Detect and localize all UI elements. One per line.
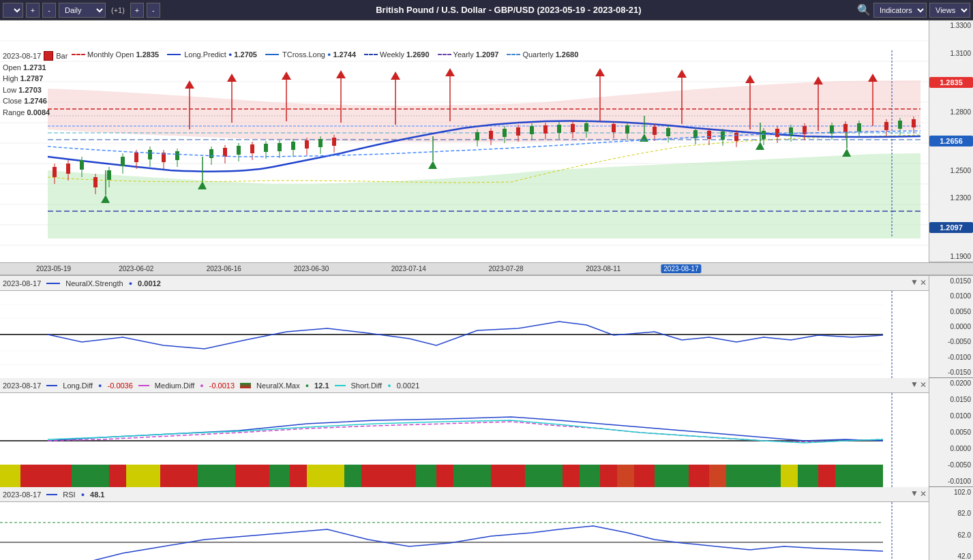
svg-rect-72 (209, 149, 213, 158)
legend-quarterly: Quarterly 1.2680 (507, 50, 578, 59)
main-chart: 2023-08-17 Bar Open 1.2731 High 1.2787 L… (0, 20, 973, 262)
period-select[interactable]: 3 Months (3, 3, 23, 18)
interval-select[interactable]: DailyWeeklyMonthly (59, 3, 106, 18)
svg-rect-169 (235, 465, 252, 487)
svg-rect-189 (600, 465, 617, 487)
svg-rect-88 (318, 139, 323, 147)
legend-weekly: Weekly 1.2690 (364, 50, 430, 59)
chart-legend: Monthly Open 1.2835 Long.Predict ● 1.270… (72, 50, 578, 59)
svg-rect-166 (181, 465, 198, 487)
rsi-header: 2023-08-17 RSI ● 48.1 (0, 487, 973, 502)
diff-pm0100: -0.0100 (929, 478, 973, 485)
svg-rect-98 (516, 127, 520, 136)
diff-p0100: 0.0100 (929, 412, 973, 420)
svg-rect-177 (382, 465, 399, 487)
price-badge-1265: 1.2656 (929, 136, 973, 146)
mediumdiff-value: -0.0013 (209, 382, 235, 390)
neuralx-price-axis: 0.0150 0.0100 0.0050 0.0000 -0.0050 -0.0… (929, 276, 973, 377)
date-0811: 2023-08-11 (586, 265, 620, 273)
high-value: 1.2787 (20, 74, 44, 82)
sub-period-btn[interactable]: - (42, 3, 56, 18)
svg-rect-70 (175, 151, 179, 160)
date-0817-active: 2023-08-17 (661, 264, 701, 273)
tcross-value: 1.2744 (333, 50, 356, 59)
zoom-in-btn[interactable]: + (130, 3, 144, 18)
add-period-btn[interactable]: + (26, 3, 40, 18)
svg-rect-90 (332, 138, 336, 146)
neuralx-p0000: 0.0000 (929, 323, 973, 330)
svg-rect-170 (252, 465, 269, 487)
monthly-open-icon (72, 54, 85, 55)
svg-rect-180 (436, 465, 453, 487)
neuralx-p0050: 0.0050 (929, 308, 973, 315)
quarterly-value: 1.2680 (556, 50, 579, 59)
svg-rect-159 (55, 465, 72, 487)
svg-rect-188 (580, 465, 600, 487)
quarterly-icon (507, 54, 520, 55)
date-0630: 2023-06-30 (294, 265, 329, 273)
svg-rect-100 (530, 126, 534, 134)
rsi-chart-svg (0, 502, 929, 560)
svg-rect-179 (416, 465, 436, 487)
rsi-close-btn[interactable]: ✕ (920, 489, 927, 499)
neuralx-header: 2023-08-17 NeuralX.Strength ● 0.0012 (0, 276, 973, 291)
svg-rect-186 (545, 465, 563, 487)
rsi-p102: 102.0 (929, 488, 973, 496)
neuralx-p0150: 0.0150 (929, 277, 973, 285)
svg-rect-206 (0, 502, 929, 560)
svg-rect-174 (324, 465, 344, 487)
rsi-p82: 82.0 (929, 510, 973, 517)
svg-rect-144 (912, 119, 916, 127)
svg-rect-198 (764, 465, 781, 487)
svg-rect-201 (818, 465, 835, 487)
close-value: 1.2746 (24, 97, 47, 105)
svg-rect-193 (672, 465, 689, 487)
neuralx-close-btn[interactable]: ✕ (920, 278, 927, 287)
svg-rect-110 (612, 124, 616, 132)
neuralx-value: 0.0012 (138, 279, 161, 287)
diff-date: 2023-08-17 (3, 382, 41, 390)
svg-rect-173 (307, 465, 324, 487)
svg-rect-64 (134, 153, 138, 162)
long-predict-icon (167, 54, 181, 55)
svg-rect-104 (557, 125, 561, 133)
indicators-select[interactable]: Indicators (873, 3, 927, 18)
views-select[interactable]: Views (929, 3, 970, 18)
shortdiff-line-icon (335, 385, 346, 386)
diff-collapse-btn[interactable]: ▼ (910, 379, 918, 389)
svg-rect-96 (503, 129, 507, 137)
long-predict-label: Long.Predict (184, 50, 226, 59)
zoom-out-btn[interactable]: - (147, 3, 160, 18)
svg-rect-86 (305, 140, 309, 149)
rsi-collapse-btn[interactable]: ▼ (910, 488, 918, 498)
svg-rect-18 (53, 167, 57, 177)
search-btn[interactable]: 🔍 (857, 3, 871, 16)
price-1230: 1.2300 (929, 194, 973, 202)
price-1250: 1.2500 (929, 167, 973, 174)
svg-rect-187 (563, 465, 580, 487)
ohlc-info: 2023-08-17 Bar Open 1.2731 High 1.2787 L… (3, 50, 68, 118)
svg-rect-142 (898, 121, 902, 129)
svg-rect-203 (856, 465, 883, 487)
neuralx-date: 2023-08-17 (3, 279, 41, 287)
svg-rect-190 (617, 465, 634, 487)
weekly-label: Weekly (380, 50, 404, 59)
svg-rect-78 (250, 144, 254, 153)
svg-rect-76 (237, 146, 241, 155)
diff-close-btn[interactable]: ✕ (920, 380, 927, 390)
shortdiff-dot: ● (387, 382, 391, 389)
svg-rect-168 (218, 465, 235, 487)
svg-rect-82 (278, 143, 282, 151)
svg-rect-158 (38, 465, 55, 487)
neuralx-collapse-btn[interactable]: ▼ (910, 277, 918, 287)
yearly-icon (438, 54, 451, 55)
price-badge-1283: 1.2835 (929, 77, 973, 88)
monthly-open-label: Monthly Open (87, 50, 134, 59)
svg-rect-128 (775, 129, 779, 137)
diff-p0000: 0.0000 (929, 445, 973, 452)
neuralx-p0100: 0.0100 (929, 292, 973, 300)
diff-price-axis: 0.0200 0.0150 0.0100 0.0050 0.0000 -0.00… (929, 378, 973, 486)
toolbar: 3 Months + - DailyWeeklyMonthly (+1) + -… (0, 0, 973, 20)
price-1310: 1.3100 (929, 50, 973, 57)
svg-rect-185 (525, 465, 545, 487)
